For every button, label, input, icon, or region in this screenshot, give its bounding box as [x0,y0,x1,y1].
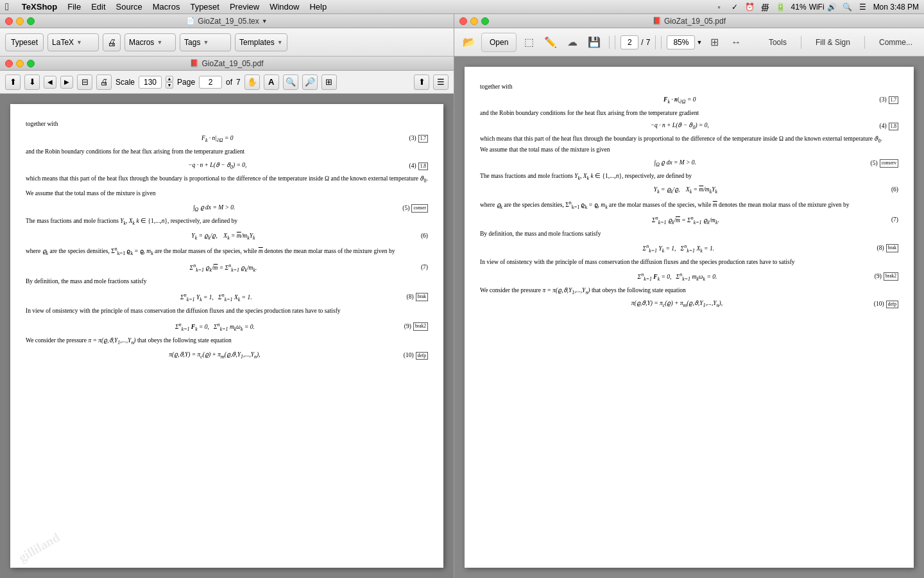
texshop-toolbar: Typeset LaTeX ▼ 🖨 Macros ▼ Tags ▼ Templa… [0,28,454,57]
latex-select[interactable]: LaTeX ▼ [47,33,99,51]
menu-help[interactable]: Help [304,0,332,14]
eq3-formula-left: Fk · n|∂Ω = 0 [26,134,409,144]
thumbnail-button[interactable]: ⊟ [77,74,92,90]
disclosure-icon[interactable]: ▼ [262,18,268,24]
acrobat-tool3[interactable]: ☁ [563,33,582,52]
acrobat-tool2[interactable]: ✏️ [541,33,560,52]
fit-width-icon[interactable]: ↔ [726,33,746,52]
search-icon[interactable]: 🔍 [843,2,853,12]
pdf-content-area: together with Fk · n|∂Ω = 0 (3) 1.7 and … [0,94,454,578]
notification-icon[interactable]: ☰ [858,2,868,12]
scale-input[interactable] [139,76,162,89]
acrobat-titlebar: 📕 GioZat_19_05.pdf [454,14,924,28]
para5-left: The mass fractions and mole fractions Yk… [26,216,428,227]
text-tool[interactable]: A [264,74,279,90]
maximize-button[interactable] [27,17,35,25]
eq7-num-right: (7) [891,215,898,225]
acrobat-page-input[interactable] [620,35,638,49]
scroll-up-button[interactable]: ⬆ [5,74,21,90]
page-input[interactable] [199,76,222,89]
eq3-num-left: (3) [409,134,416,144]
eq8-left: Σnk=1 Yk = 1, Σnk=1 Xk = 1. (8) brak [26,291,428,304]
scale-label: Scale [116,78,135,87]
scale-up[interactable]: ▲ [166,76,173,82]
eq8-tag-left: brak [416,293,428,301]
eq9-left: Σnk=1 Fk = 0, Σnk=1 mkωk = 0. (9) brak2 [26,320,428,333]
eq5-tag-left: conser [411,204,428,213]
typeset-button[interactable]: Typeset [5,33,44,51]
main-area: 📄 GioZat_19_05.tex ▼ Typeset LaTeX ▼ 🖨 M… [0,14,924,578]
menu-source[interactable]: Source [111,0,148,14]
pdf-traffic-lights [5,60,35,67]
eq8-num-left: (8) [407,292,414,302]
tags-select[interactable]: Tags ▼ [180,33,231,51]
pdf-minimize-button[interactable] [16,60,24,67]
acrobat-traffic-lights [459,17,489,25]
macros-chevron: ▼ [157,39,162,46]
acrobat-minimize[interactable] [470,17,478,25]
pdf-close-button[interactable] [5,60,13,67]
eq9-tag-right: brak2 [884,272,898,281]
scroll-down-button[interactable]: ⬇ [24,74,40,90]
prev-page-button[interactable]: ◀ [44,76,56,89]
eq6-num-left: (6) [421,231,428,241]
clock-icon: ⏰ [745,2,755,12]
pdf-viewer-titlebar: 📕 GioZat_19_05.pdf [0,57,454,71]
eq6-num-right: (6) [891,185,898,195]
menu-file[interactable]: File [62,0,86,14]
eq5-num-right: (5) [871,159,878,169]
texshop-panel: 📄 GioZat_19_05.tex ▼ Typeset LaTeX ▼ 🖨 M… [0,14,454,578]
menu-window[interactable]: Window [264,0,304,14]
close-button[interactable] [5,17,13,25]
tex-file-icon: 📄 [186,17,195,25]
datetime-display: Mon 3:48 PM [873,3,919,12]
acrobat-tool1[interactable]: ⬚ [519,33,538,52]
fill-sign-button[interactable]: Fill & Sign [809,33,857,52]
menu-macros[interactable]: Macros [148,0,185,14]
minimize-button[interactable] [16,17,24,25]
print-pdf-button[interactable]: 🖨 [96,74,112,90]
eq9-num-left: (9) [404,322,411,332]
zoom-dropdown[interactable]: ▼ [696,39,702,46]
scroll-toolbar: ⬆ ⬇ ◀ ▶ ⊟ 🖨 Scale ▲ ▼ Page of 7 ✋ A 🔍 🔎 … [0,71,454,94]
next-page-button[interactable]: ▶ [60,76,73,89]
menu-preview[interactable]: Preview [225,0,264,14]
para8-right: In view of onsistency with the principle… [480,258,898,268]
eq10-left: π(ϱ,ϑ,Y) = πc(ϱ) + πm(ϱ,ϑ,Y1,...,Yn), (1… [26,350,428,361]
tools-button[interactable]: Tools [762,33,793,52]
hand-tool[interactable]: ✋ [244,74,260,90]
acrobat-folder-icon[interactable]: 📂 [459,33,479,52]
acrobat-file-icon: 📕 [653,17,662,25]
comment-button[interactable]: Comme... [873,33,919,52]
fit-page-icon[interactable]: ⊞ [705,33,724,52]
acrobat-save[interactable]: 💾 [585,33,604,52]
acrobat-page-total: 7 [646,38,651,47]
page-total: 7 [236,78,241,87]
apple-menu[interactable]:  [5,1,9,13]
macros-select[interactable]: Macros ▼ [124,33,176,51]
menu-texshop[interactable]: TeXShop [17,0,62,14]
grid-tool[interactable]: ⊞ [321,74,337,90]
menu-edit[interactable]: Edit [86,0,110,14]
layout-tool[interactable]: ☰ [433,74,449,90]
acrobat-page-slash: / [641,38,643,47]
acrobat-right-tools: Tools Fill & Sign Comme... [762,33,919,52]
search-tool[interactable]: 🔍 [283,74,298,90]
templates-select[interactable]: Templates ▼ [235,33,287,51]
acrobat-maximize[interactable] [481,17,489,25]
zoom-tool[interactable]: 🔎 [302,74,318,90]
share-tool[interactable]: ⬆ [414,74,429,90]
pdf-maximize-button[interactable] [27,60,35,67]
acrobat-close[interactable] [459,17,467,25]
para6-right: where ϱk are the species densities, Σnk=… [480,198,898,211]
print-button[interactable]: 🖨 [103,33,121,51]
acrobat-panel: 📕 GioZat_19_05.pdf 📂 Open ⬚ ✏️ ☁ 💾 / 7 [454,14,924,578]
zoom-input[interactable] [667,35,695,49]
para3-left: which means that this part of the heat f… [26,174,428,185]
acrobat-open-button[interactable]: Open [481,33,517,52]
scale-down[interactable]: ▼ [166,82,173,89]
texshop-window-title: 📄 GioZat_19_05.tex ▼ [186,17,267,26]
menu-typeset[interactable]: Typeset [185,0,225,14]
para1-right: together with [480,82,898,92]
sep3 [801,36,801,49]
